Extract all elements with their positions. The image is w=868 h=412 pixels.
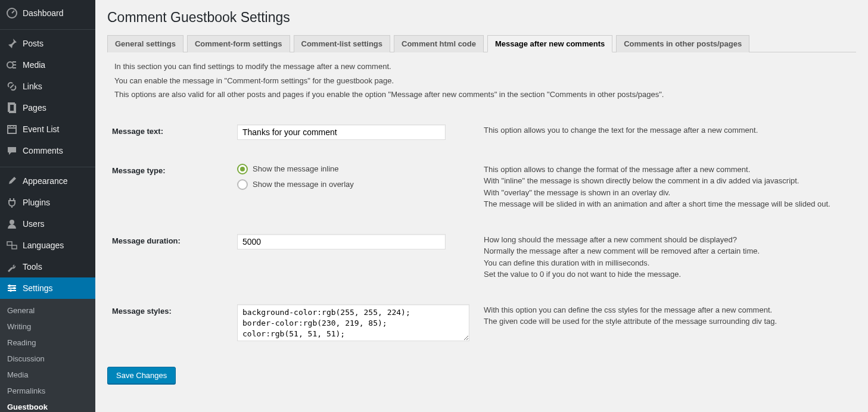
sidebar-item-label: Media bbox=[23, 60, 45, 70]
help-line: Normally the message after a new comment… bbox=[484, 245, 856, 257]
radio-icon bbox=[237, 179, 248, 190]
svg-point-12 bbox=[13, 287, 15, 289]
field-message-text: Message text: This option allows you to … bbox=[107, 124, 856, 140]
submenu-item-general[interactable]: General bbox=[0, 302, 95, 319]
sidebar-item-label: Posts bbox=[23, 39, 43, 48]
sidebar-item-dashboard[interactable]: Dashboard bbox=[0, 2, 95, 24]
sidebar-item-label: Comments bbox=[23, 146, 63, 155]
page-icon bbox=[6, 102, 18, 114]
sidebar-item-pages[interactable]: Pages bbox=[0, 97, 95, 118]
radio-label: Show the message inline bbox=[253, 164, 339, 173]
radio-inline[interactable]: Show the message inline bbox=[237, 164, 471, 174]
svg-point-1 bbox=[7, 62, 13, 68]
field-label: Message duration: bbox=[112, 234, 237, 245]
help-line: The given code will be used for the styl… bbox=[484, 316, 856, 327]
field-help: How long should the message after a new … bbox=[471, 234, 856, 280]
nav-tabs: General settings Comment-form settings C… bbox=[107, 35, 856, 52]
field-label: Message styles: bbox=[112, 304, 237, 316]
field-help: With this option you can define the css … bbox=[471, 304, 856, 327]
field-help: This option allows to change the format … bbox=[471, 164, 856, 210]
tab-comment-list-settings[interactable]: Comment-list settings bbox=[294, 35, 391, 52]
description-line: In this section you can find settings to… bbox=[107, 61, 856, 73]
sidebar-item-label: Links bbox=[23, 82, 42, 91]
sidebar-item-label: Languages bbox=[23, 241, 64, 250]
field-label: Message type: bbox=[112, 164, 237, 175]
description-line: This options are also valid for all othe… bbox=[107, 89, 856, 101]
svg-point-5 bbox=[10, 220, 14, 224]
message-text-input[interactable] bbox=[237, 124, 446, 140]
field-message-duration: Message duration: How long should the me… bbox=[107, 234, 856, 280]
gear-icon bbox=[6, 282, 18, 294]
sidebar-item-posts[interactable]: Posts bbox=[0, 33, 95, 54]
submenu-item-reading[interactable]: Reading bbox=[0, 335, 95, 351]
tab-message-after-new-comments[interactable]: Message after new comments bbox=[487, 35, 612, 52]
submenu-item-guestbook[interactable]: Guestbook bbox=[0, 399, 95, 412]
submenu-item-discussion[interactable]: Discussion bbox=[0, 351, 95, 367]
lang-icon bbox=[6, 239, 18, 251]
description-line: You can enable the message in "Comment-f… bbox=[107, 75, 856, 87]
field-help: This option allows you to change the tex… bbox=[471, 124, 856, 136]
content-area: Comment Guestbook Settings General setti… bbox=[95, 0, 868, 412]
sidebar-item-label: Plugins bbox=[23, 198, 50, 207]
sidebar-item-label: Settings bbox=[23, 283, 53, 293]
admin-sidebar: Dashboard Posts Media Links Pages Event … bbox=[0, 0, 95, 412]
page-title: Comment Guestbook Settings bbox=[107, 10, 856, 26]
svg-point-13 bbox=[10, 289, 12, 292]
radio-overlay[interactable]: Show the message in overlay bbox=[237, 179, 471, 190]
link-icon bbox=[6, 80, 18, 92]
sidebar-item-plugins[interactable]: Plugins bbox=[0, 192, 95, 213]
sidebar-item-label: Pages bbox=[23, 103, 46, 113]
submenu-item-media[interactable]: Media bbox=[0, 367, 95, 383]
submenu-item-permalinks[interactable]: Permalinks bbox=[0, 383, 95, 399]
message-styles-textarea[interactable] bbox=[237, 304, 469, 341]
sidebar-item-label: Users bbox=[23, 219, 45, 229]
plug-icon bbox=[6, 196, 18, 208]
help-line: With "overlay" the message is shown in a… bbox=[484, 187, 856, 199]
menu-separator bbox=[0, 164, 95, 167]
svg-point-11 bbox=[8, 285, 11, 287]
menu-separator bbox=[0, 27, 95, 30]
sidebar-item-settings[interactable]: Settings bbox=[0, 277, 95, 299]
svg-rect-4 bbox=[8, 126, 16, 133]
sidebar-item-languages[interactable]: Languages bbox=[0, 235, 95, 256]
calendar-icon bbox=[6, 123, 18, 135]
sidebar-item-eventlist[interactable]: Event List bbox=[0, 118, 95, 140]
section-description: In this section you can find settings to… bbox=[107, 61, 856, 101]
field-message-styles: Message styles: With this option you can… bbox=[107, 304, 856, 343]
sidebar-item-comments[interactable]: Comments bbox=[0, 140, 95, 161]
sidebar-item-label: Tools bbox=[23, 262, 42, 271]
tab-comments-in-other-posts[interactable]: Comments in other posts/pages bbox=[616, 35, 749, 52]
dashboard-icon bbox=[6, 7, 18, 19]
help-line: Set the value to 0 if you do not want to… bbox=[484, 269, 856, 280]
sidebar-item-media[interactable]: Media bbox=[0, 54, 95, 76]
wrench-icon bbox=[6, 261, 18, 273]
user-icon bbox=[6, 218, 18, 230]
brush-icon bbox=[6, 175, 18, 187]
help-line: How long should the message after a new … bbox=[484, 234, 856, 246]
help-line: With this option you can define the css … bbox=[484, 304, 856, 316]
tab-comment-form-settings[interactable]: Comment-form settings bbox=[187, 35, 290, 52]
help-line: This option allows to change the format … bbox=[484, 164, 856, 176]
message-duration-input[interactable] bbox=[237, 234, 446, 249]
sidebar-item-label: Dashboard bbox=[23, 8, 64, 18]
help-line: With "inline" the message is shown direc… bbox=[484, 175, 856, 187]
svg-rect-6 bbox=[7, 242, 12, 245]
comment-icon bbox=[6, 145, 18, 157]
svg-rect-7 bbox=[12, 245, 17, 249]
submenu-item-writing[interactable]: Writing bbox=[0, 319, 95, 335]
help-line: The message will be slided in with an an… bbox=[484, 198, 856, 210]
pin-icon bbox=[6, 38, 18, 49]
tab-general-settings[interactable]: General settings bbox=[107, 35, 183, 52]
sidebar-item-appearance[interactable]: Appearance bbox=[0, 170, 95, 192]
help-line: You can define this duration with in mil… bbox=[484, 257, 856, 269]
media-icon bbox=[6, 59, 18, 71]
sidebar-item-tools[interactable]: Tools bbox=[0, 256, 95, 277]
radio-icon bbox=[237, 164, 248, 174]
save-changes-button[interactable]: Save Changes bbox=[107, 367, 176, 384]
sidebar-item-users[interactable]: Users bbox=[0, 213, 95, 235]
sidebar-item-links[interactable]: Links bbox=[0, 76, 95, 97]
sidebar-item-label: Event List bbox=[23, 124, 59, 134]
field-message-type: Message type: Show the message inline Sh… bbox=[107, 164, 856, 210]
radio-label: Show the message in overlay bbox=[253, 180, 354, 189]
tab-comment-html-code[interactable]: Comment html code bbox=[394, 35, 484, 52]
